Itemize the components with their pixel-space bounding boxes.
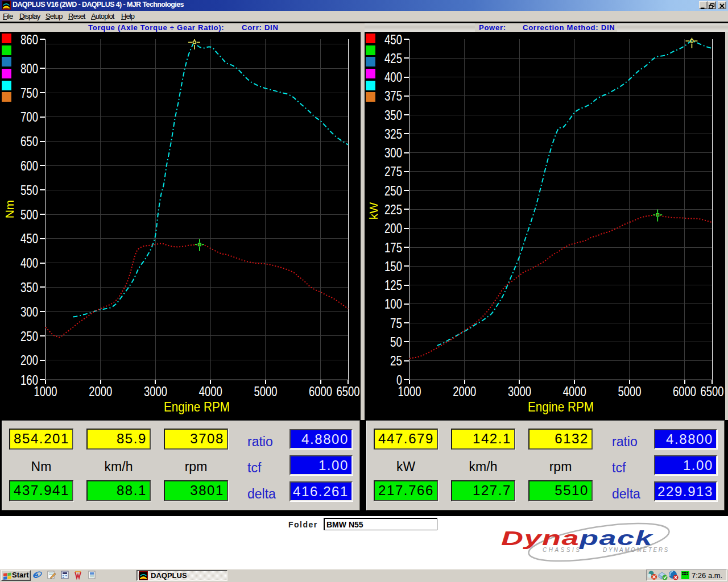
svg-text:5000: 5000 xyxy=(618,384,641,399)
svg-text:DYNAMOMETERS: DYNAMOMETERS xyxy=(603,547,669,553)
svg-text:50: 50 xyxy=(390,334,402,350)
svg-text:550: 550 xyxy=(20,182,38,198)
svg-text:6000: 6000 xyxy=(673,384,696,399)
svg-text:3000: 3000 xyxy=(144,384,167,399)
svg-text:800: 800 xyxy=(20,61,38,76)
svg-text:750: 750 xyxy=(20,85,38,101)
svg-text:350: 350 xyxy=(20,280,38,295)
svg-text:Engine RPM: Engine RPM xyxy=(528,399,594,414)
svg-text:325: 325 xyxy=(384,126,402,142)
svg-text:600: 600 xyxy=(20,158,38,173)
svg-text:425: 425 xyxy=(384,51,402,66)
svg-text:200: 200 xyxy=(20,352,38,368)
svg-text:860: 860 xyxy=(20,32,38,47)
svg-text:150: 150 xyxy=(384,259,402,274)
svg-text:1000: 1000 xyxy=(398,384,421,399)
svg-text:Dynapack: Dynapack xyxy=(501,526,653,550)
svg-text:Nm: Nm xyxy=(3,200,16,219)
svg-text:CHASSIS: CHASSIS xyxy=(543,547,581,553)
svg-text:6500: 6500 xyxy=(337,384,360,399)
svg-text:kW: kW xyxy=(367,202,380,220)
svg-text:375: 375 xyxy=(384,88,402,103)
svg-text:250: 250 xyxy=(20,329,38,344)
svg-text:225: 225 xyxy=(384,202,402,217)
svg-text:250: 250 xyxy=(384,183,402,198)
svg-text:350: 350 xyxy=(384,107,402,123)
svg-text:300: 300 xyxy=(20,304,38,319)
svg-text:25: 25 xyxy=(390,353,402,368)
svg-text:175: 175 xyxy=(384,240,402,255)
svg-text:650: 650 xyxy=(20,134,38,149)
svg-text:4000: 4000 xyxy=(199,384,222,399)
svg-text:500: 500 xyxy=(20,207,38,222)
svg-text:75: 75 xyxy=(390,315,402,331)
svg-text:200: 200 xyxy=(384,221,402,236)
svg-text:2000: 2000 xyxy=(453,384,476,399)
svg-text:3000: 3000 xyxy=(508,384,531,399)
svg-text:2000: 2000 xyxy=(89,384,112,399)
svg-text:100: 100 xyxy=(384,296,402,311)
svg-text:700: 700 xyxy=(20,109,38,124)
svg-text:6500: 6500 xyxy=(701,384,724,399)
svg-text:300: 300 xyxy=(384,145,402,160)
svg-text:6000: 6000 xyxy=(309,384,332,399)
svg-text:450: 450 xyxy=(20,231,38,246)
svg-text:275: 275 xyxy=(384,164,402,179)
svg-text:1000: 1000 xyxy=(34,384,57,399)
svg-text:125: 125 xyxy=(384,277,402,293)
svg-text:450: 450 xyxy=(384,32,402,47)
svg-text:Engine RPM: Engine RPM xyxy=(164,399,230,414)
svg-text:400: 400 xyxy=(384,69,402,85)
svg-text:400: 400 xyxy=(20,255,38,271)
svg-text:4000: 4000 xyxy=(563,384,586,399)
svg-text:5000: 5000 xyxy=(254,384,277,399)
